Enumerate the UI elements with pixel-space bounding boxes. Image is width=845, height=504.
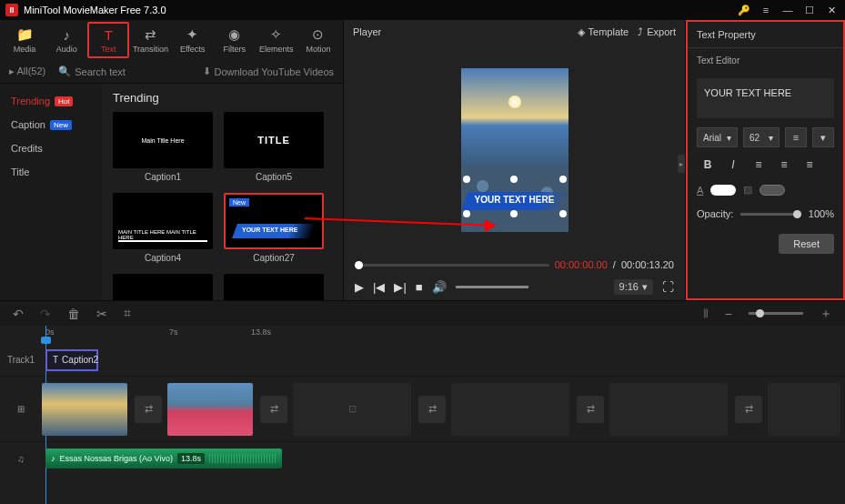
- resize-handle[interactable]: [510, 176, 518, 183]
- fullscreen-button[interactable]: ⛶: [662, 280, 674, 294]
- split-button[interactable]: ✂: [96, 307, 107, 321]
- menu-icon[interactable]: ≡: [758, 2, 774, 18]
- transition-tab[interactable]: ⇄Transition: [129, 22, 171, 58]
- highlight-icon: ▨: [743, 184, 752, 196]
- sub-bar: ▸ All(52) 🔍Search text ⬇Download YouTube…: [0, 60, 343, 84]
- current-time: 00:00:00.00: [555, 259, 608, 270]
- stop-button[interactable]: ■: [416, 280, 423, 294]
- transition-slot[interactable]: ⇄: [260, 396, 287, 423]
- chevron-down-icon: ▾: [727, 133, 731, 143]
- template-button[interactable]: ◈Template: [578, 26, 629, 38]
- template-caption4[interactable]: MAIN TITLE HERE MAIN TITLE HERECaption4: [113, 193, 213, 263]
- font-select[interactable]: Arial▾: [697, 127, 738, 147]
- close-button[interactable]: ✕: [823, 2, 840, 18]
- resize-handle[interactable]: [463, 210, 470, 217]
- resize-handle[interactable]: [559, 176, 567, 183]
- opacity-slider[interactable]: [740, 213, 801, 216]
- undo-button[interactable]: ↶: [13, 307, 24, 321]
- resize-handle[interactable]: [510, 210, 518, 217]
- empty-clip-slot[interactable]: [451, 383, 569, 436]
- empty-clip-slot[interactable]: [768, 383, 840, 436]
- volume-slider[interactable]: [456, 286, 528, 288]
- transition-icon: ⇄: [145, 26, 156, 43]
- transition-slot[interactable]: ⇄: [735, 396, 762, 423]
- search-input[interactable]: 🔍Search text: [58, 66, 189, 77]
- asset-toolbar: 📁Media ♪Audio TText ⇄Transition ✦Effects…: [0, 20, 343, 60]
- effects-tab[interactable]: ✦Effects: [172, 22, 214, 58]
- minimize-button[interactable]: —: [780, 2, 796, 18]
- text-overlay[interactable]: YOUR TEXT HERE: [465, 192, 565, 210]
- chevron-down-icon: ▾: [642, 281, 648, 293]
- cat-title[interactable]: Title: [0, 160, 102, 184]
- elements-tab[interactable]: ✧Elements: [256, 22, 297, 58]
- key-icon[interactable]: 🔑: [736, 2, 752, 18]
- hot-badge: Hot: [55, 96, 73, 106]
- cat-caption[interactable]: CaptionNew: [0, 113, 102, 136]
- cat-credits[interactable]: Credits: [0, 136, 102, 160]
- template-caption1[interactable]: Main Title HereCaption1: [113, 112, 213, 182]
- text-clip[interactable]: TCaption2: [45, 349, 98, 371]
- resize-handle[interactable]: [463, 176, 470, 183]
- time-ruler[interactable]: 0s 7s 13.8s: [42, 326, 845, 344]
- motion-icon: ⊙: [312, 26, 324, 43]
- maximize-button[interactable]: ☐: [801, 2, 818, 18]
- text-tab[interactable]: TText: [87, 22, 129, 58]
- font-size-select[interactable]: 62▾: [743, 127, 780, 147]
- template-caption27[interactable]: NewYOUR TEXT HERECaption27: [224, 193, 324, 263]
- text-editor-input[interactable]: YOUR TEXT HERE: [697, 78, 834, 118]
- redo-button[interactable]: ↷: [40, 307, 51, 321]
- align-center-button[interactable]: ≡: [773, 155, 795, 175]
- next-frame-button[interactable]: ▶|: [394, 280, 406, 294]
- video-clip[interactable]: [42, 383, 127, 436]
- play-button[interactable]: ▶: [355, 280, 364, 294]
- template-icon: ◈: [578, 26, 585, 38]
- crop-button[interactable]: ⌗: [124, 306, 131, 321]
- zoom-out-button[interactable]: −: [725, 307, 732, 321]
- app-logo: II: [5, 4, 18, 16]
- music-icon: ♪: [51, 454, 55, 463]
- opacity-label: Opacity:: [697, 208, 733, 219]
- italic-button[interactable]: I: [722, 155, 744, 175]
- seek-bar[interactable]: 00:00:00.00 / 00:00:13.20: [344, 257, 685, 273]
- more-options-button[interactable]: ▾: [812, 127, 834, 147]
- empty-clip-slot[interactable]: [609, 383, 728, 436]
- resize-handle[interactable]: [559, 210, 567, 217]
- volume-icon[interactable]: 🔊: [432, 280, 447, 294]
- bold-button[interactable]: B: [697, 155, 719, 175]
- delete-button[interactable]: 🗑: [67, 307, 80, 321]
- audio-clip[interactable]: ♪ Essas Nossas Brigas (Ao Vivo) 13.8s: [45, 449, 282, 469]
- total-time: 00:00:13.20: [621, 259, 674, 270]
- zoom-in-button[interactable]: ＋: [820, 306, 832, 322]
- media-tab[interactable]: 📁Media: [4, 22, 45, 58]
- audio-icon: ♪: [63, 27, 70, 43]
- align-right-button[interactable]: ≡: [799, 155, 820, 175]
- prev-frame-button[interactable]: |◀: [373, 280, 385, 294]
- text-color-swatch[interactable]: [710, 185, 736, 196]
- transition-slot[interactable]: ⇄: [418, 396, 446, 423]
- line-spacing-button[interactable]: ≡: [785, 127, 807, 147]
- filters-tab[interactable]: ◉Filters: [214, 22, 256, 58]
- template-extra2[interactable]: | Enter your name here: [224, 274, 324, 300]
- export-button[interactable]: ⤴Export: [638, 26, 676, 37]
- highlight-color-swatch[interactable]: [759, 185, 785, 196]
- video-preview[interactable]: YOUR TEXT HERE: [461, 68, 568, 232]
- cat-trending[interactable]: TrendingHot: [0, 89, 102, 113]
- empty-clip-slot[interactable]: ⊡: [293, 383, 411, 436]
- video-clip[interactable]: [167, 383, 253, 436]
- all-filter[interactable]: ▸ All(52): [9, 66, 45, 77]
- reset-button[interactable]: Reset: [779, 234, 834, 254]
- download-youtube-button[interactable]: ⬇Download YouTube Videos: [203, 66, 335, 77]
- zoom-slider[interactable]: [749, 312, 803, 315]
- panel-splitter[interactable]: ▸: [678, 155, 685, 173]
- motion-tab[interactable]: ⊙Motion: [297, 22, 339, 58]
- audio-track: ♫ ♪ Essas Nossas Brigas (Ao Vivo) 13.8s: [0, 442, 845, 475]
- video-track-icon: ⊞: [0, 404, 42, 414]
- template-extra1[interactable]: [113, 274, 213, 300]
- aspect-select[interactable]: 9:16▾: [614, 279, 653, 295]
- transition-slot[interactable]: ⇄: [577, 396, 604, 423]
- transition-slot[interactable]: ⇄: [135, 396, 162, 423]
- audio-indicator-icon[interactable]: ⦀: [703, 306, 709, 321]
- template-caption5[interactable]: TITLECaption5: [224, 112, 324, 182]
- audio-tab[interactable]: ♪Audio: [45, 22, 87, 58]
- align-left-button[interactable]: ≡: [748, 155, 770, 175]
